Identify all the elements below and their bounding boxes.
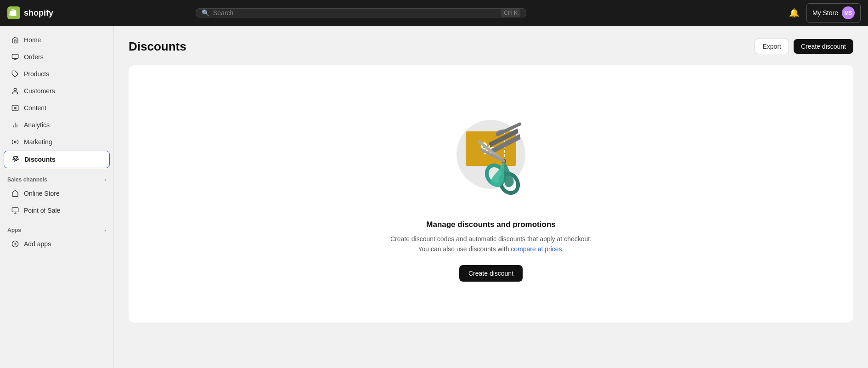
nav-orders[interactable]: Orders bbox=[4, 49, 110, 65]
apps-chevron: › bbox=[104, 227, 106, 233]
topbar: shopify 🔍 Ctrl K 🔔 My Store MS bbox=[0, 0, 868, 26]
main-content: Discounts Export Create discount % bbox=[114, 26, 868, 368]
nav-discounts-label: Discounts bbox=[24, 156, 56, 163]
logo-text: shopify bbox=[24, 8, 53, 18]
search-input[interactable] bbox=[213, 9, 497, 17]
nav-marketing-label: Marketing bbox=[24, 138, 52, 146]
sales-channels-section: Sales channels › bbox=[0, 172, 113, 185]
store-name: My Store bbox=[812, 9, 838, 17]
svg-line-13 bbox=[14, 157, 17, 162]
store-menu-button[interactable]: My Store MS bbox=[806, 3, 861, 23]
nav-discounts[interactable]: Discounts bbox=[4, 151, 110, 168]
discount-illustration: % bbox=[445, 106, 537, 207]
export-button[interactable]: Export bbox=[755, 39, 789, 54]
nav-add-apps-label: Add apps bbox=[24, 240, 51, 248]
nav-content-label: Content bbox=[24, 104, 46, 112]
content-icon bbox=[11, 104, 19, 112]
logo[interactable]: shopify bbox=[7, 6, 62, 19]
header-actions: Export Create discount bbox=[755, 39, 853, 54]
page-title: Discounts bbox=[129, 40, 186, 54]
nav-online-store[interactable]: Online Store bbox=[4, 185, 110, 202]
nav-add-apps[interactable]: Add apps bbox=[4, 236, 110, 252]
sidebar: Home Orders Products Customers Content bbox=[0, 26, 114, 368]
add-apps-icon bbox=[11, 240, 19, 248]
analytics-icon bbox=[11, 121, 19, 129]
discounts-icon bbox=[11, 155, 20, 164]
point-of-sale-icon bbox=[11, 206, 19, 215]
nav-point-of-sale-label: Point of Sale bbox=[24, 207, 60, 214]
customers-icon bbox=[11, 87, 19, 95]
nav-customers[interactable]: Customers bbox=[4, 83, 110, 99]
create-discount-header-button[interactable]: Create discount bbox=[794, 39, 853, 54]
empty-state-card: % bbox=[129, 65, 853, 323]
marketing-icon bbox=[11, 138, 19, 146]
svg-rect-4 bbox=[12, 105, 18, 111]
svg-rect-14 bbox=[12, 208, 18, 212]
nav-online-store-label: Online Store bbox=[24, 190, 60, 197]
apps-label: Apps bbox=[7, 227, 21, 233]
sales-channels-label: Sales channels bbox=[7, 176, 47, 183]
create-discount-main-button[interactable]: Create discount bbox=[459, 265, 523, 282]
svg-point-3 bbox=[14, 88, 16, 91]
nav-content[interactable]: Content bbox=[4, 100, 110, 116]
online-store-icon bbox=[11, 189, 19, 198]
apps-section: Apps › bbox=[0, 222, 113, 235]
sales-channels-chevron: › bbox=[104, 177, 106, 182]
empty-state-description: Create discount codes and automatic disc… bbox=[390, 234, 592, 255]
search-shortcut: Ctrl K bbox=[501, 9, 520, 17]
nav-customers-label: Customers bbox=[24, 87, 55, 95]
nav-marketing[interactable]: Marketing bbox=[4, 134, 110, 150]
svg-rect-1 bbox=[12, 54, 18, 58]
search-icon: 🔍 bbox=[202, 9, 209, 17]
avatar: MS bbox=[842, 6, 855, 19]
empty-state-title: Manage discounts and promotions bbox=[426, 220, 555, 229]
nav-analytics-label: Analytics bbox=[24, 121, 50, 129]
products-icon bbox=[11, 70, 19, 78]
nav-products-label: Products bbox=[24, 70, 49, 78]
notifications-button[interactable]: 🔔 bbox=[787, 6, 801, 20]
compare-at-prices-link[interactable]: compare at prices bbox=[511, 245, 562, 253]
search-bar[interactable]: 🔍 Ctrl K bbox=[196, 8, 526, 17]
nav-home-label: Home bbox=[24, 36, 41, 44]
nav-products[interactable]: Products bbox=[4, 66, 110, 82]
svg-point-10 bbox=[14, 141, 16, 143]
home-icon bbox=[11, 36, 19, 44]
nav-orders-label: Orders bbox=[24, 53, 44, 61]
svg-point-11 bbox=[14, 158, 15, 159]
nav-point-of-sale[interactable]: Point of Sale bbox=[4, 202, 110, 219]
page-header: Discounts Export Create discount bbox=[129, 39, 853, 54]
orders-icon bbox=[11, 53, 19, 61]
nav-analytics[interactable]: Analytics bbox=[4, 117, 110, 133]
nav-home[interactable]: Home bbox=[4, 32, 110, 48]
topbar-right: 🔔 My Store MS bbox=[787, 3, 861, 23]
